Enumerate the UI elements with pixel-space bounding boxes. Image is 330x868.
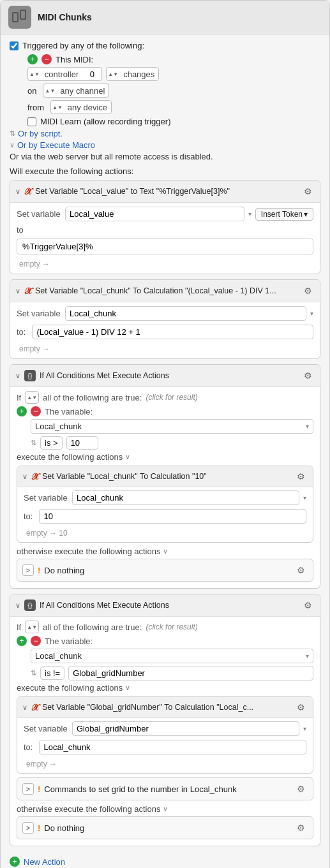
action2-body: Set variable ▾ to: empty → [10, 302, 320, 358]
nested1-to-input[interactable] [39, 509, 306, 524]
nested2-gear[interactable]: ⚙ [294, 700, 308, 714]
controller-input[interactable] [82, 70, 101, 79]
action1-body: Set variable ▾ Insert Token ▾ to empty → [10, 203, 320, 274]
nested2b-expand[interactable]: > [22, 783, 34, 795]
nested1-gear[interactable]: ⚙ [294, 469, 308, 483]
if1-all-stepper[interactable]: ▲▼ [25, 391, 39, 404]
nested1-chevron[interactable]: ∨ [22, 473, 27, 481]
if2-otherwise-chevron[interactable]: ∨ [163, 805, 168, 813]
if2-chevron[interactable]: ∨ [15, 601, 20, 610]
if2-execute-label: execute the following actions [17, 683, 123, 693]
if2-is-value[interactable] [68, 666, 313, 680]
if2-click-result[interactable]: (click for result) [146, 622, 197, 631]
nested1-variable-input[interactable] [72, 490, 299, 505]
nested1-empty: empty → 10 [24, 527, 306, 539]
or-script-label[interactable]: Or by script. [18, 129, 63, 138]
if2-add-condition[interactable]: + [17, 636, 27, 646]
if1-is-dropdown[interactable]: is > [40, 436, 63, 450]
nested2-to-label: to: [24, 742, 33, 752]
from-label: from [27, 103, 44, 112]
if1-do-nothing-expand[interactable]: > [22, 564, 34, 576]
or-macro-arrow: ∨ [10, 141, 15, 149]
remove-trigger-button[interactable]: − [41, 54, 52, 64]
if1-click-result[interactable]: (click for result) [146, 393, 197, 402]
nested2-x-icon: 𝒳 [31, 702, 38, 713]
device-label: any device [64, 103, 111, 112]
if2-gear[interactable]: ⚙ [301, 598, 315, 612]
if1-chevron[interactable]: ∨ [15, 372, 20, 380]
action2-chevron[interactable]: ∨ [15, 287, 20, 295]
nested2b-gear[interactable]: ⚙ [294, 782, 308, 796]
controller-label: controller [41, 70, 82, 79]
if1-otherwise-chevron[interactable]: ∨ [163, 547, 168, 555]
new-action-label[interactable]: New Action [24, 857, 65, 867]
midi-plus-minus-row: + − This MIDI: [27, 54, 320, 64]
action1-to-input[interactable] [17, 239, 313, 254]
if2-execute-row: execute the following actions ∨ [17, 683, 313, 693]
actions-section-label: Will execute the following actions: [10, 166, 320, 176]
channel-row: on ▲▼ any channel [27, 84, 320, 98]
or-macro-label[interactable]: Or by Execute Macro [17, 140, 95, 150]
if1-variable-dropdown[interactable]: Local_chunk ▾ [31, 419, 313, 434]
action2-gear[interactable]: ⚙ [301, 284, 315, 298]
nested1-dropdown-arrow[interactable]: ▾ [303, 494, 306, 501]
add-trigger-button[interactable]: + [27, 54, 38, 64]
if2-variable-name: Local_chunk [35, 651, 82, 661]
if1-is-stepper[interactable]: ⇅ [31, 439, 36, 447]
action1-empty: empty → [17, 258, 313, 270]
controller-row: ▲▼ controller ▲▼ changes [27, 67, 320, 81]
changes-stepper[interactable]: ▲▼ changes [106, 67, 159, 81]
action2-to-input[interactable] [32, 325, 313, 339]
action-card-1: ∨ 𝒳 Set Variable "Local_value" to Text "… [10, 180, 320, 274]
if2-do-nothing-gear[interactable]: ⚙ [294, 821, 308, 835]
controller-stepper[interactable]: ▲▼ controller [27, 67, 102, 81]
titlebar: MIDI Chunks [1, 1, 329, 34]
midi-label: This MIDI: [56, 55, 93, 64]
action2-variable-input[interactable] [65, 306, 306, 321]
new-action-plus-button[interactable]: + [10, 857, 20, 867]
if2-is-stepper[interactable]: ⇅ [31, 669, 36, 677]
if2-variable-dropdown[interactable]: Local_chunk ▾ [31, 649, 313, 663]
action1-chevron[interactable]: ∨ [15, 188, 20, 196]
if1-gear[interactable]: ⚙ [301, 369, 315, 383]
nested1-body: Set variable ▾ to: empty → 10 [17, 487, 313, 542]
nested-header-2: ∨ 𝒳 Set Variable "Global_gridNumber" To … [17, 697, 313, 718]
if1-add-condition[interactable]: + [17, 406, 27, 416]
midi-block: + − This MIDI: ▲▼ controller ▲▼ changes … [27, 54, 320, 126]
if2-execute-chevron[interactable]: ∨ [125, 684, 130, 692]
nested2-to-input[interactable] [39, 740, 306, 754]
triggered-checkbox[interactable] [10, 41, 19, 50]
action1-gear[interactable]: ⚙ [301, 184, 315, 198]
if1-do-nothing-label: Do nothing [44, 566, 84, 575]
if1-remove-condition[interactable]: − [31, 406, 41, 416]
channel-dropdown[interactable]: ▲▼ any channel [43, 84, 109, 98]
if2-remove-condition[interactable]: − [31, 636, 41, 646]
action2-setvariable-row: Set variable ▾ [17, 306, 313, 321]
action2-dropdown-arrow[interactable]: ▾ [310, 310, 313, 317]
if2-is-dropdown[interactable]: is != [40, 666, 64, 680]
if2-otherwise-label: otherwise execute the following actions [17, 804, 160, 814]
if1-all-arrows: ▲▼ [26, 395, 38, 401]
action1-dropdown-arrow[interactable]: ▾ [248, 210, 251, 217]
device-dropdown[interactable]: ▲▼ any device [50, 100, 112, 114]
if1-execute-chevron[interactable]: ∨ [125, 453, 130, 461]
if1-execute-row: execute the following actions ∨ [17, 452, 313, 462]
nested2-variable-input[interactable] [72, 721, 299, 736]
if2-otherwise-row: otherwise execute the following actions … [17, 804, 313, 814]
if1-is-value[interactable] [66, 436, 98, 450]
if2-do-nothing-expand[interactable]: > [22, 822, 34, 834]
if2-all-stepper[interactable]: ▲▼ [25, 621, 39, 633]
if1-do-nothing-gear[interactable]: ⚙ [294, 563, 308, 577]
if1-the-variable-label: The variable: [45, 407, 93, 416]
action1-variable-input[interactable] [65, 207, 244, 221]
action2-x-icon: 𝒳 [24, 286, 31, 297]
nested2-empty: empty → [24, 758, 306, 770]
action-header-2: ∨ 𝒳 Set Variable "Local_chunk" To Calcul… [10, 280, 320, 302]
nested2-dropdown-arrow[interactable]: ▾ [303, 725, 306, 732]
if2-if-label: If [17, 622, 21, 632]
nested2-chevron[interactable]: ∨ [22, 703, 27, 712]
if2-body: If ▲▼ all of the following are true: (cl… [10, 617, 320, 846]
action1-insert-token[interactable]: Insert Token ▾ [255, 208, 313, 221]
midi-learn-checkbox[interactable] [27, 117, 36, 126]
if-header-2: ∨ {} If All Conditions Met Execute Actio… [10, 594, 320, 617]
